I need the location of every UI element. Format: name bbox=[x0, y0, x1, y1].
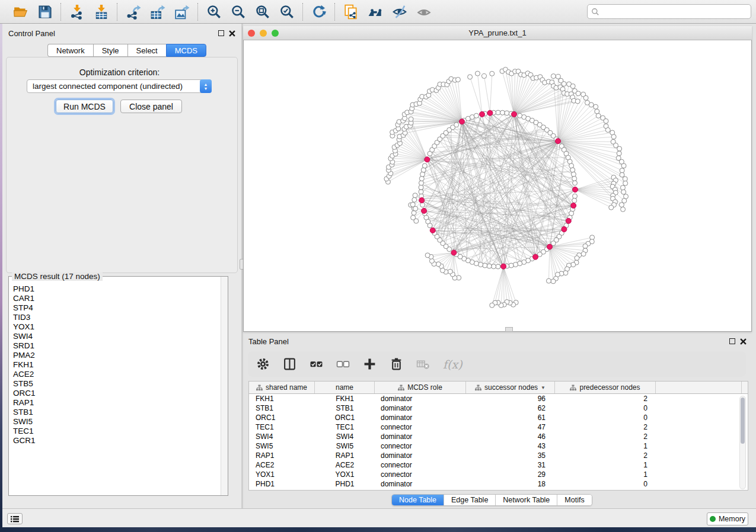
graph-leaf-node[interactable] bbox=[623, 181, 628, 185]
table-row[interactable]: FKH1FKH1dominator962 bbox=[249, 394, 748, 403]
import-network-icon[interactable] bbox=[69, 4, 85, 20]
graph-leaf-node[interactable] bbox=[620, 172, 624, 177]
graph-node[interactable] bbox=[419, 181, 423, 185]
table-cell[interactable]: 18 bbox=[466, 480, 555, 488]
table-cell[interactable]: ACE2 bbox=[315, 461, 375, 469]
tab-edge-table[interactable]: Edge Table bbox=[444, 495, 496, 505]
table-cell[interactable]: ACE2 bbox=[249, 461, 315, 469]
graph-leaf-node[interactable] bbox=[448, 269, 452, 274]
mcds-list-scrollbar[interactable] bbox=[221, 277, 228, 495]
table-cell[interactable]: 1 bbox=[555, 470, 656, 479]
clone-network-icon[interactable] bbox=[343, 4, 359, 20]
table-cell[interactable]: YOX1 bbox=[315, 470, 375, 479]
table-cell[interactable]: RAP1 bbox=[249, 451, 315, 460]
table-cell[interactable]: 31 bbox=[466, 461, 555, 469]
mcds-result-item[interactable]: TID3 bbox=[13, 313, 219, 322]
mcds-result-item[interactable]: SRD1 bbox=[13, 341, 219, 351]
search-input[interactable] bbox=[602, 8, 747, 16]
table-cell[interactable]: dominator bbox=[375, 414, 466, 422]
graph-leaf-node[interactable] bbox=[411, 215, 416, 220]
column-header-name[interactable]: name bbox=[315, 382, 375, 393]
graph-node[interactable] bbox=[492, 264, 496, 269]
graph-leaf-node[interactable] bbox=[605, 127, 610, 132]
graph-node[interactable] bbox=[513, 262, 518, 267]
mcds-hub-node[interactable] bbox=[419, 198, 425, 203]
graph-node[interactable] bbox=[419, 176, 424, 181]
graph-node[interactable] bbox=[572, 198, 577, 203]
tab-motifs[interactable]: Motifs bbox=[557, 495, 591, 505]
table-scrollbar[interactable] bbox=[739, 396, 746, 489]
graph-leaf-node[interactable] bbox=[581, 252, 586, 257]
graph-leaf-node[interactable] bbox=[575, 99, 580, 104]
mcds-hub-node[interactable] bbox=[479, 111, 484, 117]
column-settings-icon[interactable] bbox=[256, 357, 270, 371]
graph-node[interactable] bbox=[454, 123, 459, 127]
graph-leaf-node[interactable] bbox=[594, 104, 598, 109]
table-cell[interactable]: dominator bbox=[375, 404, 466, 412]
graph-leaf-node[interactable] bbox=[617, 146, 622, 151]
graph-leaf-node[interactable] bbox=[620, 168, 624, 173]
hide-selected-icon[interactable] bbox=[391, 4, 407, 20]
table-row[interactable]: YOX1YOX1connector291 bbox=[249, 470, 748, 479]
table-cell[interactable]: connector bbox=[375, 470, 466, 479]
mcds-result-item[interactable]: STP4 bbox=[13, 303, 219, 313]
export-image-icon[interactable] bbox=[174, 4, 190, 20]
table-cell[interactable]: connector bbox=[375, 461, 466, 469]
mcds-result-item[interactable]: STB1 bbox=[13, 408, 219, 417]
graph-leaf-node[interactable] bbox=[413, 193, 417, 198]
mcds-hub-node[interactable] bbox=[501, 264, 506, 269]
column-header-predecessor-nodes[interactable]: predecessor nodes bbox=[555, 382, 656, 393]
graph-leaf-node[interactable] bbox=[546, 278, 551, 283]
zoom-out-icon[interactable] bbox=[230, 4, 246, 20]
add-column-icon[interactable] bbox=[363, 357, 377, 371]
graph-node[interactable] bbox=[570, 168, 575, 172]
mcds-hub-node[interactable] bbox=[422, 208, 427, 213]
table-cell[interactable]: ORC1 bbox=[315, 414, 375, 422]
mcds-hub-node[interactable] bbox=[451, 250, 457, 255]
column-header-successor-nodes[interactable]: successor nodes▼ bbox=[466, 382, 555, 393]
graph-node[interactable] bbox=[420, 203, 425, 207]
horizontal-splitter-handle[interactable] bbox=[505, 327, 513, 332]
graph-leaf-node[interactable] bbox=[621, 190, 626, 194]
search-box[interactable] bbox=[587, 4, 751, 19]
graph-leaf-node[interactable] bbox=[623, 177, 627, 181]
graph-leaf-node[interactable] bbox=[621, 207, 626, 211]
table-row[interactable]: PHD1PHD1dominator180 bbox=[249, 479, 748, 489]
graph-node[interactable] bbox=[500, 110, 505, 115]
tab-style[interactable]: Style bbox=[93, 44, 127, 57]
network-canvas[interactable] bbox=[244, 40, 751, 331]
graph-node[interactable] bbox=[509, 263, 513, 268]
close-panel-icon[interactable] bbox=[229, 30, 235, 37]
mcds-result-item[interactable]: TEC1 bbox=[13, 427, 219, 436]
mcds-hub-node[interactable] bbox=[430, 227, 435, 233]
table-cell[interactable]: TEC1 bbox=[315, 423, 375, 431]
table-cell[interactable]: PHD1 bbox=[249, 480, 315, 488]
table-cell[interactable]: 61 bbox=[466, 414, 555, 422]
table-row[interactable]: TEC1TEC1connector472 bbox=[249, 422, 748, 432]
run-mcds-button[interactable]: Run MCDS bbox=[56, 100, 113, 113]
graph-leaf-node[interactable] bbox=[562, 82, 566, 86]
mcds-result-item[interactable]: ACE2 bbox=[13, 370, 219, 379]
zoom-in-icon[interactable] bbox=[206, 4, 222, 20]
graph-leaf-node[interactable] bbox=[583, 95, 588, 100]
close-panel-button[interactable]: Close panel bbox=[120, 100, 182, 113]
mcds-result-item[interactable]: PHD1 bbox=[13, 284, 219, 294]
mcds-result-item[interactable]: STB5 bbox=[13, 379, 219, 389]
table-cell[interactable]: 29 bbox=[466, 470, 555, 479]
graph-node[interactable] bbox=[474, 113, 479, 118]
network-window-titlebar[interactable]: YPA_prune.txt_1 bbox=[243, 26, 752, 40]
graph-leaf-node[interactable] bbox=[490, 71, 495, 76]
table-cell[interactable]: PHD1 bbox=[315, 480, 375, 488]
graph-leaf-node[interactable] bbox=[475, 71, 480, 76]
tab-select[interactable]: Select bbox=[127, 44, 166, 57]
table-scrollbar-thumb[interactable] bbox=[741, 398, 745, 444]
graph-leaf-node[interactable] bbox=[551, 74, 556, 79]
mcds-hub-node[interactable] bbox=[571, 203, 576, 209]
table-cell[interactable]: RAP1 bbox=[315, 451, 375, 460]
table-cell[interactable]: SWI5 bbox=[315, 442, 375, 450]
deselect-all-columns-icon[interactable] bbox=[336, 357, 350, 371]
table-cell[interactable]: 1 bbox=[555, 461, 656, 469]
table-cell[interactable]: SWI5 bbox=[249, 442, 315, 450]
save-session-icon[interactable] bbox=[37, 4, 53, 20]
graph-node[interactable] bbox=[422, 164, 427, 168]
